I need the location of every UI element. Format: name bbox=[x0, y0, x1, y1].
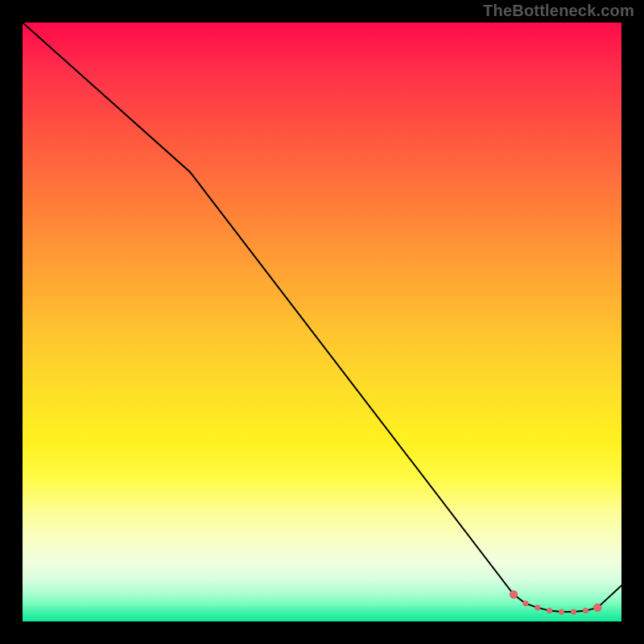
curve-marker bbox=[571, 609, 576, 614]
curve-marker bbox=[559, 609, 564, 614]
overlay-svg bbox=[23, 23, 621, 621]
curve-marker bbox=[523, 601, 528, 605]
curve-path bbox=[23, 23, 621, 612]
curve-marker bbox=[510, 591, 518, 599]
curve-marker bbox=[583, 608, 588, 613]
watermark-text: TheBottleneck.com bbox=[483, 2, 634, 20]
curve-marker bbox=[535, 605, 540, 610]
curve-marker bbox=[593, 604, 601, 612]
curve-marker bbox=[547, 608, 552, 613]
chart-stage: TheBottleneck.com bbox=[0, 0, 644, 644]
curve-line bbox=[23, 23, 621, 612]
